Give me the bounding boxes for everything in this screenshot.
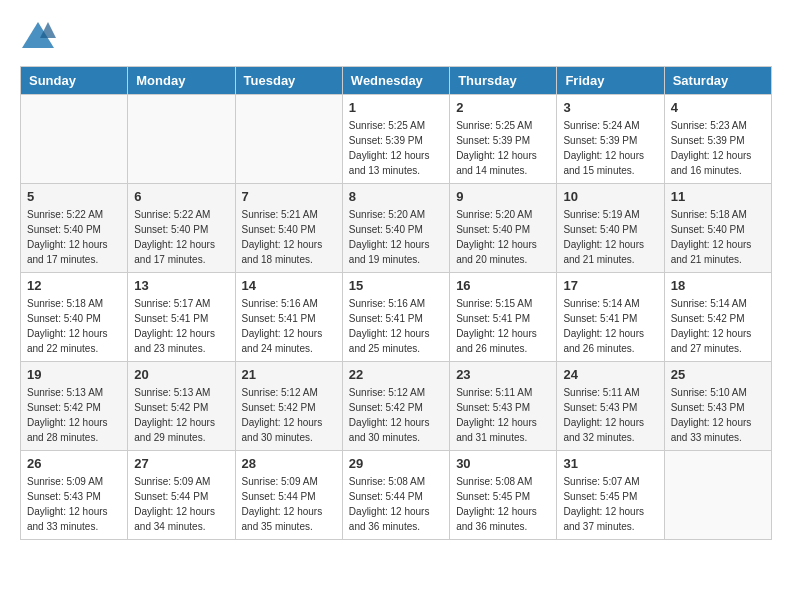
day-number: 29 (349, 456, 443, 471)
calendar-cell: 22Sunrise: 5:12 AM Sunset: 5:42 PM Dayli… (342, 362, 449, 451)
calendar-cell: 2Sunrise: 5:25 AM Sunset: 5:39 PM Daylig… (450, 95, 557, 184)
day-number: 28 (242, 456, 336, 471)
day-info: Sunrise: 5:16 AM Sunset: 5:41 PM Dayligh… (349, 296, 443, 356)
day-number: 17 (563, 278, 657, 293)
day-info: Sunrise: 5:13 AM Sunset: 5:42 PM Dayligh… (134, 385, 228, 445)
day-number: 9 (456, 189, 550, 204)
day-number: 19 (27, 367, 121, 382)
day-number: 4 (671, 100, 765, 115)
day-info: Sunrise: 5:19 AM Sunset: 5:40 PM Dayligh… (563, 207, 657, 267)
calendar-week-row: 12Sunrise: 5:18 AM Sunset: 5:40 PM Dayli… (21, 273, 772, 362)
day-info: Sunrise: 5:18 AM Sunset: 5:40 PM Dayligh… (671, 207, 765, 267)
calendar-week-row: 19Sunrise: 5:13 AM Sunset: 5:42 PM Dayli… (21, 362, 772, 451)
calendar-week-row: 5Sunrise: 5:22 AM Sunset: 5:40 PM Daylig… (21, 184, 772, 273)
day-number: 1 (349, 100, 443, 115)
day-number: 23 (456, 367, 550, 382)
day-header-saturday: Saturday (664, 67, 771, 95)
day-number: 27 (134, 456, 228, 471)
calendar-cell: 11Sunrise: 5:18 AM Sunset: 5:40 PM Dayli… (664, 184, 771, 273)
day-number: 7 (242, 189, 336, 204)
calendar-cell: 28Sunrise: 5:09 AM Sunset: 5:44 PM Dayli… (235, 451, 342, 540)
calendar-cell: 3Sunrise: 5:24 AM Sunset: 5:39 PM Daylig… (557, 95, 664, 184)
day-info: Sunrise: 5:07 AM Sunset: 5:45 PM Dayligh… (563, 474, 657, 534)
day-info: Sunrise: 5:25 AM Sunset: 5:39 PM Dayligh… (349, 118, 443, 178)
calendar-cell: 29Sunrise: 5:08 AM Sunset: 5:44 PM Dayli… (342, 451, 449, 540)
calendar-cell: 24Sunrise: 5:11 AM Sunset: 5:43 PM Dayli… (557, 362, 664, 451)
day-info: Sunrise: 5:11 AM Sunset: 5:43 PM Dayligh… (456, 385, 550, 445)
day-number: 6 (134, 189, 228, 204)
calendar-table: SundayMondayTuesdayWednesdayThursdayFrid… (20, 66, 772, 540)
day-number: 20 (134, 367, 228, 382)
day-number: 25 (671, 367, 765, 382)
day-header-wednesday: Wednesday (342, 67, 449, 95)
day-number: 11 (671, 189, 765, 204)
day-number: 26 (27, 456, 121, 471)
day-info: Sunrise: 5:13 AM Sunset: 5:42 PM Dayligh… (27, 385, 121, 445)
calendar-cell: 15Sunrise: 5:16 AM Sunset: 5:41 PM Dayli… (342, 273, 449, 362)
day-info: Sunrise: 5:16 AM Sunset: 5:41 PM Dayligh… (242, 296, 336, 356)
calendar-cell: 5Sunrise: 5:22 AM Sunset: 5:40 PM Daylig… (21, 184, 128, 273)
calendar-cell: 17Sunrise: 5:14 AM Sunset: 5:41 PM Dayli… (557, 273, 664, 362)
calendar-cell: 16Sunrise: 5:15 AM Sunset: 5:41 PM Dayli… (450, 273, 557, 362)
logo (20, 20, 58, 50)
calendar-cell: 20Sunrise: 5:13 AM Sunset: 5:42 PM Dayli… (128, 362, 235, 451)
day-number: 30 (456, 456, 550, 471)
calendar-cell: 19Sunrise: 5:13 AM Sunset: 5:42 PM Dayli… (21, 362, 128, 451)
day-header-thursday: Thursday (450, 67, 557, 95)
day-number: 18 (671, 278, 765, 293)
day-header-friday: Friday (557, 67, 664, 95)
day-header-tuesday: Tuesday (235, 67, 342, 95)
calendar-cell: 23Sunrise: 5:11 AM Sunset: 5:43 PM Dayli… (450, 362, 557, 451)
calendar-cell (21, 95, 128, 184)
calendar-cell: 25Sunrise: 5:10 AM Sunset: 5:43 PM Dayli… (664, 362, 771, 451)
logo-icon (20, 20, 56, 50)
calendar-cell: 13Sunrise: 5:17 AM Sunset: 5:41 PM Dayli… (128, 273, 235, 362)
calendar-cell: 4Sunrise: 5:23 AM Sunset: 5:39 PM Daylig… (664, 95, 771, 184)
calendar-cell: 12Sunrise: 5:18 AM Sunset: 5:40 PM Dayli… (21, 273, 128, 362)
calendar-cell: 27Sunrise: 5:09 AM Sunset: 5:44 PM Dayli… (128, 451, 235, 540)
calendar-cell: 21Sunrise: 5:12 AM Sunset: 5:42 PM Dayli… (235, 362, 342, 451)
day-info: Sunrise: 5:15 AM Sunset: 5:41 PM Dayligh… (456, 296, 550, 356)
calendar-cell: 7Sunrise: 5:21 AM Sunset: 5:40 PM Daylig… (235, 184, 342, 273)
calendar-cell (235, 95, 342, 184)
day-number: 13 (134, 278, 228, 293)
day-info: Sunrise: 5:18 AM Sunset: 5:40 PM Dayligh… (27, 296, 121, 356)
day-number: 31 (563, 456, 657, 471)
calendar-cell: 26Sunrise: 5:09 AM Sunset: 5:43 PM Dayli… (21, 451, 128, 540)
day-number: 12 (27, 278, 121, 293)
calendar-cell: 8Sunrise: 5:20 AM Sunset: 5:40 PM Daylig… (342, 184, 449, 273)
page-header (20, 20, 772, 50)
day-info: Sunrise: 5:12 AM Sunset: 5:42 PM Dayligh… (349, 385, 443, 445)
calendar-cell: 9Sunrise: 5:20 AM Sunset: 5:40 PM Daylig… (450, 184, 557, 273)
day-info: Sunrise: 5:21 AM Sunset: 5:40 PM Dayligh… (242, 207, 336, 267)
day-header-monday: Monday (128, 67, 235, 95)
day-info: Sunrise: 5:14 AM Sunset: 5:42 PM Dayligh… (671, 296, 765, 356)
calendar-week-row: 1Sunrise: 5:25 AM Sunset: 5:39 PM Daylig… (21, 95, 772, 184)
calendar-cell: 18Sunrise: 5:14 AM Sunset: 5:42 PM Dayli… (664, 273, 771, 362)
day-info: Sunrise: 5:20 AM Sunset: 5:40 PM Dayligh… (456, 207, 550, 267)
day-info: Sunrise: 5:20 AM Sunset: 5:40 PM Dayligh… (349, 207, 443, 267)
calendar-header-row: SundayMondayTuesdayWednesdayThursdayFrid… (21, 67, 772, 95)
calendar-cell (128, 95, 235, 184)
day-info: Sunrise: 5:23 AM Sunset: 5:39 PM Dayligh… (671, 118, 765, 178)
day-info: Sunrise: 5:11 AM Sunset: 5:43 PM Dayligh… (563, 385, 657, 445)
calendar-cell (664, 451, 771, 540)
day-info: Sunrise: 5:17 AM Sunset: 5:41 PM Dayligh… (134, 296, 228, 356)
day-info: Sunrise: 5:08 AM Sunset: 5:44 PM Dayligh… (349, 474, 443, 534)
day-info: Sunrise: 5:09 AM Sunset: 5:44 PM Dayligh… (134, 474, 228, 534)
day-info: Sunrise: 5:14 AM Sunset: 5:41 PM Dayligh… (563, 296, 657, 356)
day-info: Sunrise: 5:22 AM Sunset: 5:40 PM Dayligh… (134, 207, 228, 267)
day-number: 5 (27, 189, 121, 204)
calendar-cell: 14Sunrise: 5:16 AM Sunset: 5:41 PM Dayli… (235, 273, 342, 362)
calendar-week-row: 26Sunrise: 5:09 AM Sunset: 5:43 PM Dayli… (21, 451, 772, 540)
calendar-cell: 1Sunrise: 5:25 AM Sunset: 5:39 PM Daylig… (342, 95, 449, 184)
day-number: 21 (242, 367, 336, 382)
calendar-cell: 30Sunrise: 5:08 AM Sunset: 5:45 PM Dayli… (450, 451, 557, 540)
day-number: 22 (349, 367, 443, 382)
day-info: Sunrise: 5:09 AM Sunset: 5:43 PM Dayligh… (27, 474, 121, 534)
day-info: Sunrise: 5:08 AM Sunset: 5:45 PM Dayligh… (456, 474, 550, 534)
day-number: 8 (349, 189, 443, 204)
day-header-sunday: Sunday (21, 67, 128, 95)
calendar-cell: 6Sunrise: 5:22 AM Sunset: 5:40 PM Daylig… (128, 184, 235, 273)
day-number: 2 (456, 100, 550, 115)
